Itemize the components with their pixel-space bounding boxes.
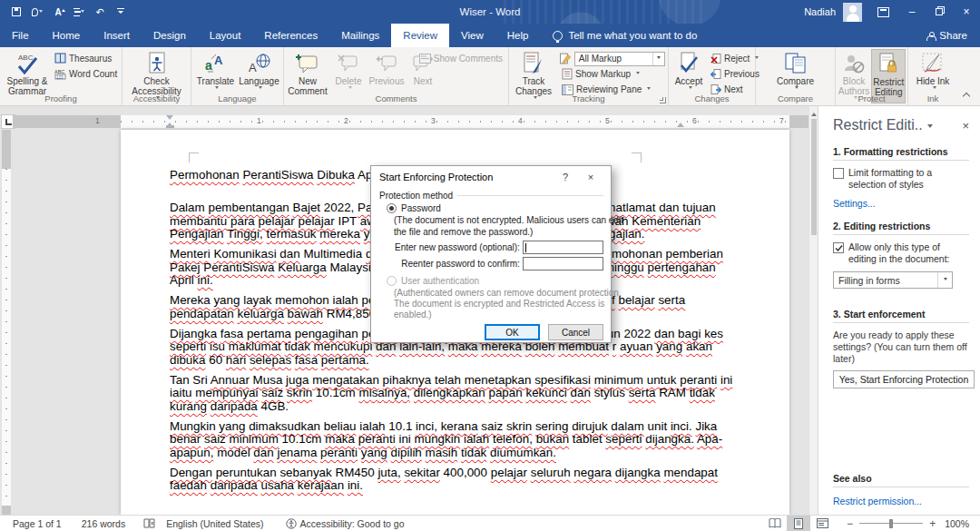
text-boundary-mark-tl <box>189 152 199 162</box>
pane-title: Restrict Editi.. <box>833 117 923 133</box>
zoom-in-button[interactable]: + <box>929 517 936 530</box>
ok-button[interactable]: OK <box>485 324 540 340</box>
settings-link[interactable]: Settings... <box>833 198 969 209</box>
tab-layout[interactable]: Layout <box>198 24 253 47</box>
show-comments-button[interactable]: Show Comments <box>417 52 505 65</box>
start-enforcing-protection-dialog: Start Enforcing Protection ? × Protectio… <box>370 165 612 343</box>
dialog-title-bar[interactable]: Start Enforcing Protection ? × <box>371 166 611 188</box>
print-layout-icon <box>793 518 804 529</box>
customize-qat-icon[interactable] <box>115 6 126 17</box>
show-markup-button[interactable]: Show Markup <box>560 67 665 81</box>
tell-me-box[interactable]: Tell me what you want to do <box>553 24 697 47</box>
enforcement-description: Are you ready to apply these settings? (… <box>833 329 969 365</box>
user-authentication-note: (Authenticated owners can remove documen… <box>394 288 603 320</box>
proofing-book-icon <box>143 518 155 529</box>
select-dropdown-icon[interactable] <box>652 53 664 65</box>
editing-type-dropdown-icon[interactable] <box>937 272 952 288</box>
enter-password-input[interactable] <box>523 241 603 254</box>
grow-font-icon[interactable]: A <box>53 6 64 17</box>
language-label: Language <box>239 76 279 86</box>
allow-editing-checkbox[interactable] <box>833 242 844 253</box>
paragraph: Tan Sri Annuar Musa juga mengatakan piha… <box>170 374 681 414</box>
user-authentication-radio[interactable] <box>387 276 397 286</box>
undo-icon[interactable]: ↶ <box>94 6 105 17</box>
accessibility-icon <box>286 518 297 529</box>
word-count-button[interactable]: ABC123 Word Count <box>53 67 119 81</box>
tracking-group-label: Tracking <box>509 93 668 105</box>
tab-references[interactable]: References <box>252 24 329 47</box>
thesaurus-label: Thesaurus <box>69 54 112 64</box>
close-button[interactable]: × <box>953 0 980 24</box>
checkmark-icon <box>835 244 843 252</box>
zoom-slider[interactable] <box>859 523 923 524</box>
thesaurus-button[interactable]: Thesaurus <box>53 52 119 65</box>
block-authors-icon <box>842 51 866 76</box>
user-authentication-radio-row[interactable]: User authentication <box>379 275 603 287</box>
group-tracking: Track Changes All Markup Show Markup Rev… <box>509 47 669 105</box>
pane-close-icon[interactable]: × <box>962 119 969 133</box>
password-radio[interactable] <box>387 203 397 213</box>
share-button[interactable]: Share <box>926 24 980 47</box>
horizontal-ruler[interactable]: 11234567 <box>13 115 810 128</box>
yes-start-enforcing-button[interactable]: Yes, Start Enforcing Protection <box>833 370 975 388</box>
editing-type-select[interactable]: Filling in forms <box>833 271 953 289</box>
reject-button[interactable]: Reject <box>709 52 761 65</box>
accessibility-status[interactable]: Accessibility: Good to go <box>286 518 405 529</box>
zoom-out-button[interactable]: − <box>847 517 853 530</box>
group-accessibility: Check Accessibility Accessibility <box>122 47 191 105</box>
collapse-ribbon-button[interactable] <box>958 87 975 102</box>
limit-formatting-label: Limit formatting to a selection of style… <box>848 167 969 190</box>
ribbon-display-options-icon[interactable] <box>871 0 898 24</box>
tab-insert[interactable]: Insert <box>92 24 142 47</box>
user-name[interactable]: Nadiah <box>804 6 836 17</box>
left-indent-marker[interactable] <box>166 125 174 128</box>
limit-formatting-checkbox-row[interactable]: Limit formatting to a selection of style… <box>833 167 969 190</box>
pane-options-icon[interactable] <box>927 124 933 131</box>
zoom-level[interactable]: 100% <box>945 518 969 529</box>
vertical-ruler[interactable] <box>2 130 11 515</box>
word-count-indicator[interactable]: 216 words <box>82 518 125 529</box>
web-layout-button[interactable] <box>810 516 834 531</box>
minimize-button[interactable]: – <box>898 0 926 24</box>
tab-review[interactable]: Review <box>391 24 449 47</box>
status-bar: Page 1 of 1 216 words English (United St… <box>0 515 980 531</box>
display-for-review-select[interactable]: All Markup <box>574 52 665 66</box>
avatar[interactable] <box>843 3 862 22</box>
page-indicator[interactable]: Page 1 of 1 <box>13 518 62 529</box>
delete-comment-label: Delete <box>336 76 362 86</box>
scroll-up-icon[interactable] <box>811 110 817 116</box>
tab-view[interactable]: View <box>449 24 495 47</box>
line-spacing-icon[interactable] <box>74 6 84 17</box>
vertical-scrollbar[interactable] <box>808 106 818 515</box>
previous-change-button[interactable]: Previous <box>709 67 761 81</box>
right-indent-marker[interactable] <box>677 119 684 127</box>
tab-design[interactable]: Design <box>142 24 198 47</box>
save-icon[interactable] <box>11 6 22 17</box>
zoom-slider-thumb[interactable] <box>889 519 893 528</box>
limit-formatting-checkbox[interactable] <box>833 168 844 179</box>
changes-group-label: Changes <box>669 93 755 105</box>
dialog-help-icon[interactable]: ? <box>554 172 577 182</box>
restore-button[interactable] <box>926 0 953 24</box>
language-indicator[interactable]: English (United States) <box>166 518 263 529</box>
svg-text:a: a <box>205 58 212 73</box>
tab-file[interactable]: File <box>0 24 41 47</box>
tab-help[interactable]: Help <box>495 24 541 47</box>
tab-home[interactable]: Home <box>41 24 93 47</box>
cancel-button[interactable]: Cancel <box>548 324 603 340</box>
print-layout-button[interactable] <box>787 516 810 531</box>
proofing-status[interactable] <box>143 518 155 529</box>
tab-mailings[interactable]: Mailings <box>329 24 391 47</box>
share-person-icon <box>926 32 935 40</box>
read-mode-button[interactable] <box>763 516 787 531</box>
touch-mouse-mode-icon[interactable] <box>32 6 43 17</box>
allow-editing-checkbox-row[interactable]: Allow only this type of editing in the d… <box>833 241 969 264</box>
password-radio-row[interactable]: Password <box>379 202 603 214</box>
reenter-password-input[interactable] <box>523 257 603 270</box>
scrollbar-thumb[interactable] <box>811 119 817 235</box>
dialog-close-icon[interactable]: × <box>579 172 603 182</box>
compare-icon <box>784 51 808 76</box>
ribbon-tabs: FileHomeInsertDesignLayoutReferencesMail… <box>0 24 980 47</box>
restrict-permission-link[interactable]: Restrict permission... <box>833 496 969 506</box>
restrict-editing-icon <box>877 52 899 77</box>
